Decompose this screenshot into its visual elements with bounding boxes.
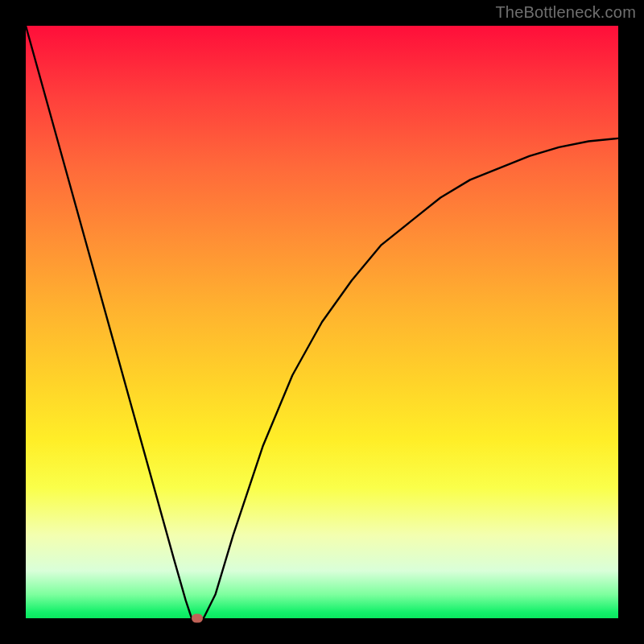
chart-frame: TheBottleneck.com [0, 0, 644, 644]
plot-area [26, 26, 618, 618]
bottleneck-curve [26, 26, 618, 618]
watermark-text: TheBottleneck.com [495, 3, 636, 22]
curve-svg [26, 26, 618, 618]
optimum-marker [192, 614, 203, 623]
